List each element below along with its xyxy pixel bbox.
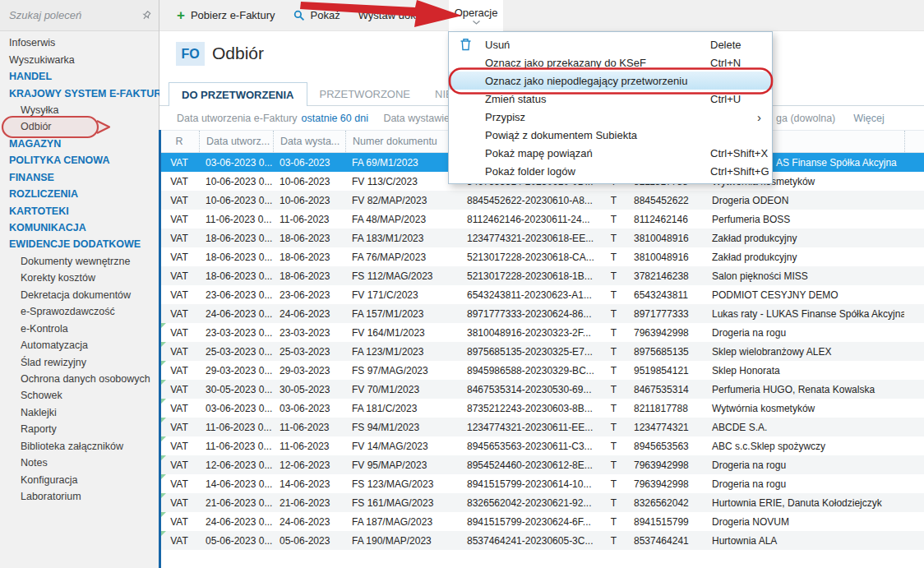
sidebar-item[interactable]: ROZLICZENIA [0,186,158,202]
sidebar-item[interactable]: EWIDENCJE DODATKOWE [0,236,158,252]
sidebar-item[interactable]: Raporty [0,421,158,437]
sidebar-item[interactable]: Laboratorium [0,488,158,505]
menu-item[interactable]: Przypisz [449,108,772,126]
menu-item[interactable]: Oznacz jako niepodlegający przetworzeniu [449,72,772,90]
sidebar-item[interactable]: Naklejki [0,404,158,421]
menu-item[interactable]: Zmień status Ctrl+U [449,90,772,108]
sidebar-item[interactable]: Automatyzacja [0,337,158,353]
sidebar-item[interactable]: KOMUNIKACJA [0,219,158,236]
more-filters-link[interactable]: Więcej [853,113,885,124]
pin-icon[interactable] [141,10,152,21]
sidebar-item[interactable]: Schowek [0,387,158,404]
sidebar-item[interactable]: Korekty kosztów [0,270,158,286]
column-header-r[interactable]: R [159,131,199,152]
cell-created-date: 24-06-2023 0... [199,308,273,320]
cell-document-number: FA 48/MAP/2023 [345,214,460,225]
menu-item[interactable]: Powiąż z dokumentem Subiekta [449,126,772,144]
table-row[interactable]: VAT 29-03-2023 0... 29-03-2023 FS 97/MAG… [159,361,924,380]
cell-contractor: Sklep wielobranżowy ALEX [705,346,904,358]
cell-nip: 8975685135 [627,346,705,358]
menu-item[interactable]: Usuń Delete [449,35,772,53]
sidebar-item[interactable]: Dokumenty wewnętrzne [0,253,158,270]
table-row[interactable]: VAT 25-03-2023 0... 25-03-2023 FA 123/M1… [159,342,924,361]
sidebar-item[interactable]: KRAJOWY SYSTEM E-FAKTUR [0,85,158,101]
menu-shortcut: Ctrl+Shift+G [710,165,769,178]
column-header-issued[interactable]: Data wysta... [273,131,345,152]
cell-created-date: 18-06-2023 0... [199,233,273,244]
invoice-grid: R Data utworz... Data wysta... Numer dok… [159,130,924,568]
sidebar-item[interactable]: FINANSE [0,169,158,186]
table-row[interactable]: VAT 12-06-2023 0... 12-06-2023 FV 95/MAP… [159,455,924,474]
column-header-created[interactable]: Data utworz... [199,131,273,152]
cell-t-flag: T [600,441,627,452]
sidebar-item[interactable]: Odbiór [0,118,158,135]
table-row[interactable]: VAT 11-06-2023 0... 11-06-2023 FS 94/M1/… [159,418,924,436]
table-row[interactable]: VAT 10-06-2023 0... 10-06-2023 FV 82/MAP… [159,191,924,210]
sidebar-item[interactable]: e-Sprawozdawczość [0,303,158,320]
table-row[interactable]: VAT 24-06-2023 0... 24-06-2023 FA 157/M1… [159,304,924,323]
tab[interactable]: PRZETWORZONE [307,82,423,105]
sidebar-item[interactable]: Notes [0,455,158,471]
cell-t-flag: T [600,384,627,395]
cell-contractor: Hurtownia ALA [705,535,904,547]
tab[interactable]: DO PRZETWORZENIA [169,82,307,106]
cell-contractor: ABC s.c.Sklep spożywczy [705,441,904,452]
table-row[interactable]: VAT 18-06-2023 0... 18-06-2023 FA 183/M1… [159,229,924,247]
cell-t-flag: T [600,195,627,206]
sidebar: Szukaj poleceń Infoserwis Wyszukiwarka H… [0,0,159,568]
cell-register: VAT [159,270,199,282]
show-button[interactable]: Pokaż [284,0,349,31]
sidebar-item[interactable]: Dekretacja dokumentów [0,287,158,303]
sidebar-item[interactable]: Wyszukiwarka [0,51,158,67]
table-row[interactable]: VAT 11-06-2023 0... 11-06-2023 FA 48/MAP… [159,210,924,229]
table-row[interactable]: VAT 24-06-2023 0... 24-06-2023 FA 187/MA… [159,512,924,531]
command-search-box[interactable]: Szukaj poleceń [0,0,159,31]
cell-nip: 3810048916 [627,252,705,263]
cell-register: VAT [159,214,199,225]
search-input[interactable]: Szukaj poleceń [9,9,141,21]
menu-item[interactable]: Oznacz jako przekazany do KSeF Ctrl+N [449,53,772,72]
operations-button[interactable]: Operacje [449,0,503,31]
table-row[interactable]: VAT 11-06-2023 0... 11-06-2023 FV 14/MAG… [159,436,924,455]
sidebar-item[interactable]: Biblioteka załączników [0,438,158,455]
table-row[interactable]: VAT 05-06-2023 0... 05-06-2023 FA 190/MA… [159,531,924,550]
sidebar-item[interactable]: Ślad rewizyjny [0,353,158,370]
cell-document-number: FA 181/C/2023 [345,403,460,414]
column-header-stub [904,131,924,152]
cell-issue-date: 18-06-2023 [273,270,345,282]
sidebar-item[interactable]: Konfiguracja [0,471,158,487]
sidebar-item[interactable]: Wysyłka [0,102,158,118]
table-row[interactable]: VAT 14-06-2023 0... 14-06-2023 FS 123/MA… [159,474,924,493]
table-row[interactable]: VAT 30-05-2023 0... 30-05-2023 FV 70/M1/… [159,380,924,399]
sidebar-item[interactable]: Ochrona danych osobowych [0,371,158,387]
download-einvoices-button[interactable]: + Pobierz e-Faktury [168,0,284,31]
sidebar-item[interactable]: e-Kontrola [0,320,158,336]
cell-document-number: FA 183/M1/2023 [345,233,460,244]
sidebar-item[interactable]: POLITYKA CENOWA [0,152,158,169]
cell-nip: 3810048916 [627,233,705,244]
sidebar-item[interactable]: HANDEL [0,68,158,85]
cell-issue-date: 24-06-2023 [273,308,345,320]
toolbar: + Pobierz e-Faktury Pokaż Wystaw dokumen… [159,0,924,31]
trash-icon [460,38,472,51]
table-row[interactable]: VAT 21-06-2023 0... 21-06-2023 FS 161/MA… [159,493,924,512]
cell-register: VAT [159,365,199,376]
table-row[interactable]: VAT 23-03-2023 0... 23-03-2023 FV 164/M1… [159,323,924,342]
column-header-number[interactable]: Numer dokumentu [345,131,460,152]
table-row[interactable]: VAT 18-06-2023 0... 18-06-2023 FS 112/MA… [159,266,924,285]
cell-register: VAT [159,176,199,187]
menu-item[interactable]: Pokaż mapę powiązań Ctrl+Shift+X [449,144,772,162]
table-row[interactable]: VAT 03-06-2023 0... 03-06-2023 FA 181/C/… [159,399,924,418]
table-row[interactable]: VAT 23-06-2023 0... 23-06-2023 FV 171/C/… [159,285,924,304]
sidebar-item[interactable]: Infoserwis [0,35,158,51]
cell-document-number: FV 113/C/2023 [345,176,460,187]
menu-item[interactable]: Pokaż folder logów Ctrl+Shift+G [449,162,772,180]
table-row[interactable]: VAT 18-06-2023 0... 18-06-2023 FA 76/MAP… [159,247,924,266]
cell-document-number: FV 82/MAP/2023 [345,195,460,206]
sidebar-item[interactable]: KARTOTEKI [0,202,158,219]
sidebar-menu: Infoserwis Wyszukiwarka HANDEL KRAJOWY S… [0,35,158,505]
cell-nip: 8211817788 [627,403,705,414]
filter-any[interactable]: ga (dowolna) [776,113,835,124]
filter[interactable]: Data utworzenia e-Fakturyostatnie 60 dni [177,113,368,124]
sidebar-item[interactable]: MAGAZYN [0,136,158,152]
